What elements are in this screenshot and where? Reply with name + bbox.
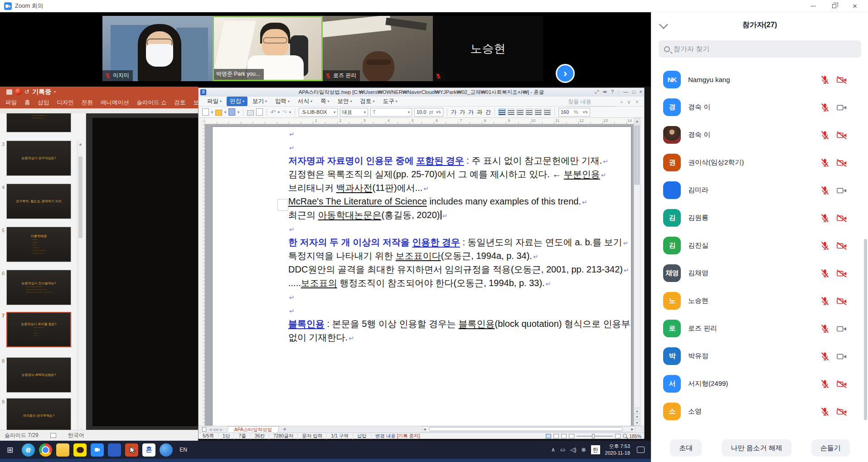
font-combo[interactable]: T▾ [370, 108, 412, 117]
help-icon[interactable]: ? [611, 89, 614, 95]
menu-item[interactable]: 편집▾ [227, 97, 247, 106]
taskbar-app-icon[interactable]: e [22, 443, 35, 457]
taskbar-app-icon[interactable] [108, 443, 121, 457]
open-icon[interactable] [215, 110, 222, 116]
ribbon-tab[interactable]: 전환 [82, 99, 93, 107]
hwp-minimize-button[interactable]: — [623, 89, 628, 95]
taskbar-app-icon[interactable] [91, 443, 104, 457]
format-button[interactable]: 가 [451, 108, 456, 116]
scroll-right-icon[interactable]: ▶ [631, 427, 634, 432]
save-icon[interactable] [228, 108, 235, 116]
menu-item[interactable]: 보기▾ [249, 97, 270, 106]
align-justify-icon[interactable] [499, 109, 505, 115]
language-indicator[interactable]: 한국어 [68, 432, 84, 439]
print-icon[interactable] [247, 110, 254, 116]
taskbar-clock[interactable]: 오후 7:53 2020-11-18 [605, 443, 630, 457]
page-down-icon[interactable]: ▼ [634, 413, 640, 419]
taskbar-app-icon[interactable]: 혼 [142, 443, 155, 457]
participant-row[interactable]: 로 로즈 핀리 [651, 315, 860, 342]
scroll-down-icon[interactable]: ▼ [634, 419, 640, 425]
participant-row[interactable]: 김미라 [651, 176, 860, 204]
document-text[interactable]: ↵ ↵ 저자명과 자료명이 인용문 중에 포함된 경우 : 주 표시 없이 참고… [288, 126, 631, 344]
ime-korean-indicator[interactable]: 한 [591, 445, 600, 454]
slide-thumbnail[interactable]: 논문작성시 연구대상은? [6, 141, 71, 176]
taskbar-app-icon[interactable] [160, 443, 173, 457]
ribbon-tab[interactable]: 보기 [193, 99, 198, 107]
horizontal-scrollbar[interactable]: ◀ ▶ [422, 426, 635, 432]
taskbar-app-icon[interactable] [73, 443, 87, 457]
participant-row[interactable]: 노 노승현 [651, 287, 860, 315]
footer-button[interactable]: 초대 [670, 439, 702, 457]
close-button[interactable]: × [844, 0, 865, 12]
align-left-icon[interactable] [508, 109, 514, 115]
slide-thumbnail[interactable]: 논문작성시 주제선정에 어려운점은? ─────────────────────… [6, 113, 71, 132]
footer-button[interactable]: 손들기 [811, 439, 850, 457]
menu-item[interactable]: 도구▾ [380, 97, 401, 106]
slide-thumbnail[interactable]: 논문작성시 조사설계는? ───── ────── ──────────────… [6, 270, 71, 305]
menu-item[interactable]: 검토▾ [357, 97, 378, 106]
align-distribute-icon[interactable] [535, 109, 542, 115]
participant-search-box[interactable]: 참가자 찾기 [659, 40, 861, 58]
track-changes-status[interactable]: 변경 내용 [기록 중지] [371, 433, 424, 439]
view-mode-icon-1[interactable] [546, 434, 551, 438]
add-tab-button[interactable]: + [283, 426, 286, 433]
menu-item[interactable]: 입력▾ [272, 97, 293, 106]
page-up-icon[interactable]: ▲ [634, 408, 640, 413]
zoom-percentage[interactable]: 185% [629, 433, 641, 439]
slide-thumbnail[interactable]: 논문작성시 유의할 점은? ──────────────────── [6, 312, 71, 347]
slide-thumbnail-panel[interactable]: 논문작성시 주제선정에 어려운점은? ─────────────────────… [0, 113, 86, 430]
ribbon-tab[interactable]: 애니메이션 [101, 99, 129, 107]
start-button[interactable]: ⊞ [0, 441, 20, 459]
sync-tray-icon[interactable]: ⊗ [581, 447, 586, 453]
minimize-button[interactable] [803, 0, 824, 12]
participant-row[interactable]: 서 서지형(2499) [651, 370, 860, 398]
scrollbar-thumb[interactable] [429, 427, 623, 431]
bookmark-icon[interactable] [202, 427, 206, 432]
menu-item[interactable]: 보안▾ [335, 97, 355, 106]
video-tile-2-active-speaker[interactable]: 박영준 Park you... [213, 16, 323, 81]
view-mode-icon-4[interactable] [569, 434, 574, 438]
taskbar-app-icon[interactable]: EN [177, 443, 190, 457]
display-tray-icon[interactable]: ▭ [560, 447, 565, 453]
fit-page-icon[interactable] [615, 434, 621, 438]
slide-thumbnail[interactable]: 논문양식 APA작성법은? [6, 357, 71, 393]
style-combo[interactable]: .S-LIB-BOX▾ [299, 108, 338, 117]
taskbar-app-icon[interactable] [56, 443, 69, 457]
participant-row[interactable]: 박 박유정 [651, 342, 860, 370]
tab-nav-arrows[interactable]: ◀◀▶▶ [209, 428, 224, 432]
align-divide-icon[interactable] [544, 109, 551, 115]
hwp-maximize-button[interactable]: □ [632, 89, 635, 95]
participant-row[interactable]: 김 김진실 [651, 232, 860, 259]
view-mode-icon-2[interactable] [553, 434, 559, 438]
ribbon-tab[interactable]: 슬라이드 쇼 [137, 99, 167, 107]
hwp-close-button[interactable]: × [640, 89, 642, 95]
restore-button[interactable] [824, 0, 844, 12]
notes-icon[interactable] [50, 433, 56, 438]
format-button[interactable]: 간 [485, 108, 491, 116]
participant-row[interactable]: 경 경숙 이 [651, 93, 860, 121]
participant-row[interactable]: NK Namgyu kang [651, 66, 860, 93]
slide-thumbnail[interactable]: 여러분의 연구주제는? [6, 398, 71, 430]
zoom-combo[interactable]: 160%▾⇅ [558, 108, 590, 117]
font-size-combo[interactable]: 10.0pt▾⇅ [414, 108, 443, 117]
paragraph-style-combo[interactable]: 대표▾ [340, 108, 368, 117]
participant-row[interactable]: 김 김원룡 [651, 204, 860, 232]
next-videos-button[interactable]: › [556, 64, 575, 83]
format-button[interactable]: 가 [460, 108, 465, 116]
chevron-down-icon[interactable]: ▾ [54, 90, 56, 94]
taskbar-app-icon[interactable] [39, 443, 52, 457]
ribbon-tab[interactable]: 삽입 [38, 99, 49, 107]
participant-row[interactable]: 채영 김채영 [651, 259, 860, 287]
scroll-up-icon[interactable]: ▲ [634, 118, 640, 125]
preview-icon[interactable] [256, 108, 263, 116]
redo-icon[interactable]: ↷ [282, 109, 287, 116]
video-tile-4-no-video[interactable]: 노승현 [433, 16, 543, 81]
participant-row[interactable]: 경숙 이 [651, 121, 860, 149]
video-tile-3[interactable]: 로즈 핀리 [323, 16, 433, 81]
ribbon-tab[interactable]: 디자인 [57, 99, 74, 107]
notification-center-icon[interactable] [637, 447, 645, 453]
slide-thumbnail[interactable]: 연구목적, 필요성, 문제제기 의의 [6, 184, 71, 219]
participant-row[interactable]: 권 권이삭(임상2학기) [651, 149, 860, 176]
vertical-scrollbar[interactable]: ▲ ▲▼▼ [634, 118, 640, 426]
find-input[interactable]: 찾을 내용 [566, 97, 616, 107]
